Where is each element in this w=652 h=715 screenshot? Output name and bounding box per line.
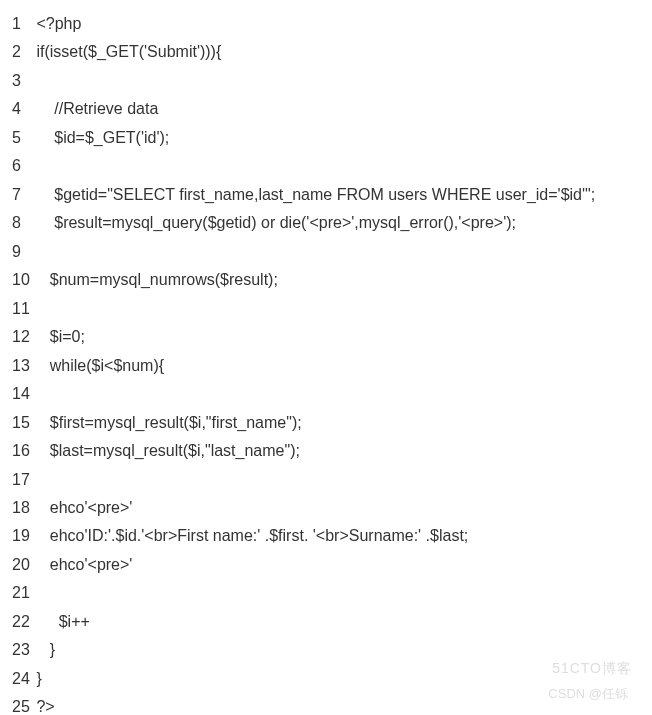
line-number: 21 bbox=[12, 579, 32, 607]
code-line: 25 ?> bbox=[12, 693, 640, 715]
line-text: ehco'ID:'.$id.'<br>First name:' .$first.… bbox=[36, 527, 468, 544]
line-text: ehco'<pre>' bbox=[36, 499, 132, 516]
code-line: 18 ehco'<pre>' bbox=[12, 494, 640, 522]
line-number: 16 bbox=[12, 437, 32, 465]
line-text: $last=mysql_result($i,"last_name"); bbox=[36, 442, 299, 459]
line-text: if(isset($_GET('Submit'))){ bbox=[36, 43, 221, 60]
code-line: 21 bbox=[12, 579, 640, 607]
line-number: 10 bbox=[12, 266, 32, 294]
line-number: 15 bbox=[12, 409, 32, 437]
code-line: 19 ehco'ID:'.$id.'<br>First name:' .$fir… bbox=[12, 522, 640, 550]
line-number: 7 bbox=[12, 181, 32, 209]
line-number: 3 bbox=[12, 67, 32, 95]
code-line: 1 <?php bbox=[12, 10, 640, 38]
line-number: 20 bbox=[12, 551, 32, 579]
line-text: $first=mysql_result($i,"first_name"); bbox=[36, 414, 301, 431]
line-text: $num=mysql_numrows($result); bbox=[36, 271, 277, 288]
line-number: 9 bbox=[12, 238, 32, 266]
line-number: 13 bbox=[12, 352, 32, 380]
line-number: 4 bbox=[12, 95, 32, 123]
line-text: //Retrieve data bbox=[36, 100, 158, 117]
code-line: 14 bbox=[12, 380, 640, 408]
code-line: 24 } bbox=[12, 665, 640, 693]
line-number: 5 bbox=[12, 124, 32, 152]
line-number: 18 bbox=[12, 494, 32, 522]
line-number: 8 bbox=[12, 209, 32, 237]
line-number: 11 bbox=[12, 295, 32, 323]
code-line: 3 bbox=[12, 67, 640, 95]
line-number: 24 bbox=[12, 665, 32, 693]
line-number: 17 bbox=[12, 466, 32, 494]
code-line: 20 ehco'<pre>' bbox=[12, 551, 640, 579]
code-line: 8 $result=mysql_query($getid) or die('<p… bbox=[12, 209, 640, 237]
line-text: $i=0; bbox=[36, 328, 84, 345]
line-text: } bbox=[36, 641, 55, 658]
code-line: 22 $i++ bbox=[12, 608, 640, 636]
code-line: 17 bbox=[12, 466, 640, 494]
line-number: 19 bbox=[12, 522, 32, 550]
line-number: 14 bbox=[12, 380, 32, 408]
line-number: 12 bbox=[12, 323, 32, 351]
line-text: $id=$_GET('id'); bbox=[36, 129, 169, 146]
line-number: 25 bbox=[12, 693, 32, 715]
line-number: 23 bbox=[12, 636, 32, 664]
line-text: } bbox=[36, 670, 41, 687]
code-line: 16 $last=mysql_result($i,"last_name"); bbox=[12, 437, 640, 465]
line-text: ehco'<pre>' bbox=[36, 556, 132, 573]
code-line: 9 bbox=[12, 238, 640, 266]
line-number: 6 bbox=[12, 152, 32, 180]
code-line: 4 //Retrieve data bbox=[12, 95, 640, 123]
line-number: 1 bbox=[12, 10, 32, 38]
line-text: <?php bbox=[36, 15, 81, 32]
line-text: $result=mysql_query($getid) or die('<pre… bbox=[36, 214, 516, 231]
line-text: while($i<$num){ bbox=[36, 357, 164, 374]
code-line: 2 if(isset($_GET('Submit'))){ bbox=[12, 38, 640, 66]
code-line: 5 $id=$_GET('id'); bbox=[12, 124, 640, 152]
code-line: 13 while($i<$num){ bbox=[12, 352, 640, 380]
line-number: 2 bbox=[12, 38, 32, 66]
code-line: 15 $first=mysql_result($i,"first_name"); bbox=[12, 409, 640, 437]
line-text: $getid="SELECT first_name,last_name FROM… bbox=[36, 186, 595, 203]
code-line: 11 bbox=[12, 295, 640, 323]
code-line: 23 } bbox=[12, 636, 640, 664]
code-line: 7 $getid="SELECT first_name,last_name FR… bbox=[12, 181, 640, 209]
code-block: 1 <?php 2 if(isset($_GET('Submit'))){ 3 … bbox=[12, 10, 640, 715]
line-text: $i++ bbox=[36, 613, 89, 630]
code-line: 6 bbox=[12, 152, 640, 180]
code-line: 12 $i=0; bbox=[12, 323, 640, 351]
line-text: ?> bbox=[36, 698, 54, 715]
code-line: 10 $num=mysql_numrows($result); bbox=[12, 266, 640, 294]
line-number: 22 bbox=[12, 608, 32, 636]
